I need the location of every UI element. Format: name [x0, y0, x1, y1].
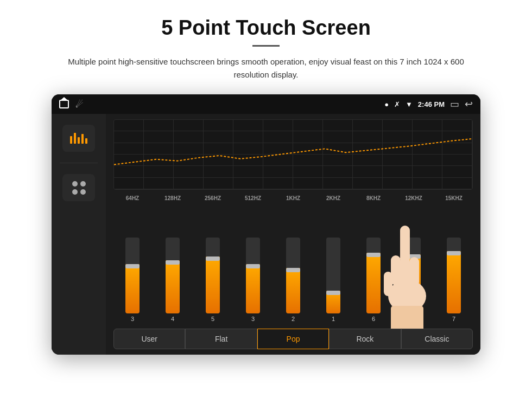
slider-64hz[interactable] — [125, 238, 140, 313]
slider-128hz[interactable] — [166, 238, 180, 313]
main-area: 64HZ 128HZ 256HZ 512HZ 1KHZ 2KHZ 8KHZ 12… — [52, 114, 480, 355]
sliders-row: 3 4 5 — [113, 204, 473, 324]
subtitle: Multiple point high-sensitive touchscree… — [54, 55, 478, 81]
slider-256hz[interactable] — [206, 238, 220, 313]
eq-button[interactable] — [62, 125, 95, 152]
slider-12khz[interactable] — [407, 238, 421, 313]
slider-value-15khz: 7 — [452, 316, 455, 322]
usb-icon: ☄ — [75, 99, 83, 110]
apps-button[interactable] — [62, 174, 95, 201]
freq-label-128hz: 128HZ — [154, 195, 192, 201]
freq-label-8khz: 8KHZ — [354, 195, 392, 201]
back-icon: ↩ — [465, 98, 473, 110]
slider-512hz[interactable] — [246, 238, 260, 313]
freq-label-12khz: 12KHZ — [395, 195, 433, 201]
slider-col-256hz: 5 — [194, 238, 232, 324]
freq-label-256hz: 256HZ — [194, 195, 232, 201]
preset-flat[interactable]: Flat — [185, 329, 257, 349]
status-right: ● ✗ ▼ 2:46 PM ▭ ↩ — [384, 98, 473, 110]
slider-col-12khz: 6 — [395, 238, 433, 324]
status-bar: ☄ ● ✗ ▼ 2:46 PM ▭ ↩ — [52, 94, 480, 114]
preset-rock[interactable]: Rock — [329, 329, 401, 349]
sidebar-divider — [60, 163, 98, 163]
preset-pop[interactable]: Pop — [257, 329, 329, 349]
slider-col-1khz: 2 — [274, 238, 312, 324]
slider-value-12khz: 6 — [412, 316, 415, 322]
freq-labels: 64HZ 128HZ 256HZ 512HZ 1KHZ 2KHZ 8KHZ 12… — [113, 195, 473, 201]
slider-value-64hz: 3 — [131, 316, 134, 322]
graph-curve — [114, 120, 472, 188]
slider-value-512hz: 3 — [251, 316, 255, 322]
slider-col-64hz: 3 — [113, 238, 151, 324]
freq-label-512hz: 512HZ — [234, 195, 272, 201]
slider-value-1khz: 2 — [292, 316, 295, 322]
slider-2khz[interactable] — [326, 238, 340, 313]
wifi-icon: ▼ — [406, 100, 413, 108]
freq-label-64hz: 64HZ — [113, 195, 151, 201]
slider-col-2khz: 1 — [314, 238, 352, 324]
slider-value-8khz: 6 — [372, 316, 375, 322]
eq-graph — [113, 119, 473, 190]
sidebar — [52, 114, 106, 355]
battery-icon: ▭ — [450, 98, 459, 110]
slider-col-8khz: 6 — [354, 238, 392, 324]
slider-col-512hz: 3 — [234, 238, 272, 324]
preset-classic[interactable]: Classic — [401, 329, 473, 349]
status-time: 2:46 PM — [418, 100, 445, 108]
dots-icon — [72, 181, 86, 195]
slider-value-256hz: 5 — [211, 316, 214, 322]
home-icon — [59, 100, 69, 108]
eq-area: 64HZ 128HZ 256HZ 512HZ 1KHZ 2KHZ 8KHZ 12… — [106, 114, 480, 355]
slider-value-128hz: 4 — [171, 316, 174, 322]
bluetooth-icon: ✗ — [394, 100, 400, 108]
slider-8khz[interactable] — [366, 238, 381, 313]
eq-icon — [70, 133, 87, 144]
freq-label-2khz: 2KHZ — [314, 195, 352, 201]
slider-col-15khz: 7 — [435, 238, 473, 324]
slider-value-2khz: 1 — [332, 316, 335, 322]
status-left: ☄ — [59, 99, 83, 110]
location-icon: ● — [384, 100, 389, 108]
slider-1khz[interactable] — [286, 238, 300, 313]
page-title: 5 Point Touch Screen — [161, 16, 371, 40]
presets-row: User Flat Pop Rock Classic — [113, 329, 473, 349]
freq-label-1khz: 1KHZ — [274, 195, 312, 201]
slider-col-128hz: 4 — [154, 238, 192, 324]
title-divider — [252, 45, 280, 47]
freq-label-15khz: 15KHZ — [435, 195, 473, 201]
preset-user[interactable]: User — [113, 329, 185, 349]
slider-15khz[interactable] — [447, 238, 461, 313]
device-frame: ☄ ● ✗ ▼ 2:46 PM ▭ ↩ — [52, 94, 480, 355]
